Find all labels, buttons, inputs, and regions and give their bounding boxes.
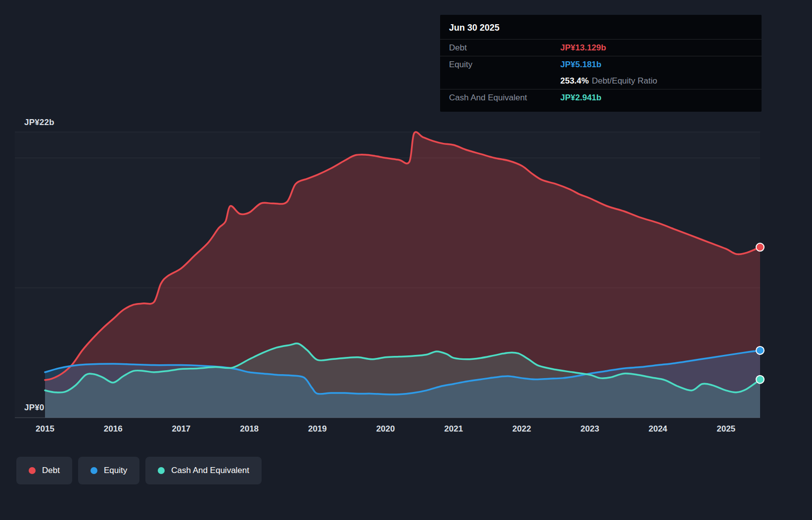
cash-dot-icon xyxy=(158,467,165,474)
x-tick-label-2015: 2015 xyxy=(36,424,54,434)
tooltip-row-debt: Debt JP¥13.129b xyxy=(440,40,762,56)
x-tick-label-2018: 2018 xyxy=(240,424,259,434)
tooltip-row-ratio: 253.4%Debt/Equity Ratio xyxy=(440,73,762,89)
x-tick-label-2025: 2025 xyxy=(717,424,735,434)
y-axis-label-top: JP¥22b xyxy=(24,118,54,128)
tooltip-cash-value: JP¥2.941b xyxy=(560,93,753,103)
legend-item-cash[interactable]: Cash And Equivalent xyxy=(145,457,262,484)
debt-dot-icon xyxy=(29,467,36,474)
chart-tooltip: Jun 30 2025 Debt JP¥13.129b Equity JP¥5.… xyxy=(440,15,762,112)
x-tick-label-2023: 2023 xyxy=(581,424,599,434)
tooltip-row-cash: Cash And Equivalent JP¥2.941b xyxy=(440,89,762,106)
tooltip-debt-label: Debt xyxy=(449,43,560,53)
tooltip-row-equity: Equity JP¥5.181b xyxy=(440,56,762,73)
tooltip-debt-value: JP¥13.129b xyxy=(560,43,753,53)
legend-item-debt[interactable]: Debt xyxy=(16,457,72,484)
equity-end-marker xyxy=(756,347,764,354)
tooltip-ratio-label: Debt/Equity Ratio xyxy=(592,76,657,86)
tooltip-equity-value: JP¥5.181b xyxy=(560,60,753,70)
x-tick-label-2021: 2021 xyxy=(444,424,463,434)
legend-item-equity[interactable]: Equity xyxy=(78,457,139,484)
x-tick-label-2016: 2016 xyxy=(104,424,123,434)
equity-dot-icon xyxy=(90,467,97,474)
cash-and-equivalent-end-marker xyxy=(756,376,764,384)
legend-cash-label: Cash And Equivalent xyxy=(171,466,249,476)
tooltip-equity-label: Equity xyxy=(449,60,560,70)
chart-legend: Debt Equity Cash And Equivalent xyxy=(16,457,262,484)
x-tick-label-2019: 2019 xyxy=(308,424,327,434)
tooltip-ratio-value: 253.4% xyxy=(560,76,589,86)
y-axis-label-zero: JP¥0 xyxy=(24,403,45,413)
tooltip-date: Jun 30 2025 xyxy=(440,18,762,40)
legend-equity-label: Equity xyxy=(104,466,127,476)
x-tick-label-2017: 2017 xyxy=(172,424,191,434)
debt-equity-chart-page: JP¥22b JP¥0 2015201620172018201920202021… xyxy=(0,0,812,520)
debt-end-marker xyxy=(756,243,764,251)
legend-debt-label: Debt xyxy=(42,466,60,476)
x-tick-label-2022: 2022 xyxy=(512,424,531,434)
tooltip-cash-label: Cash And Equivalent xyxy=(449,93,560,103)
x-tick-label-2024: 2024 xyxy=(649,424,668,434)
x-tick-label-2020: 2020 xyxy=(376,424,395,434)
